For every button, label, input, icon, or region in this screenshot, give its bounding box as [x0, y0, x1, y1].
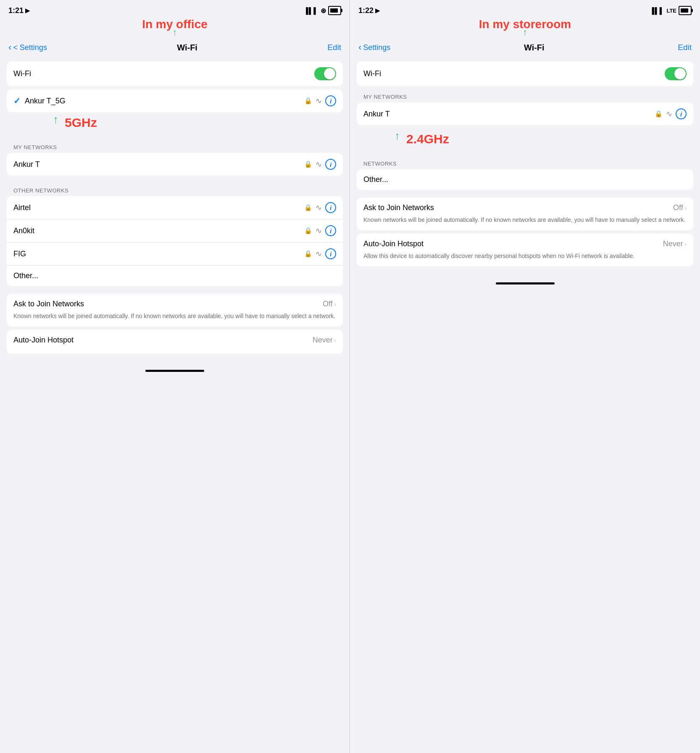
auto-join-group-left: Auto-Join Hotspot Never ›: [7, 330, 343, 354]
freq-annotation-24ghz: ↑ 2.4GHz: [357, 129, 693, 155]
auto-join-desc-right: Allow this device to automatically disco…: [363, 252, 687, 261]
wifi-toggle-group-left: Wi-Fi: [7, 61, 343, 86]
lock-icon-mynet: 🔒: [304, 161, 312, 168]
lock-icon-fig: 🔒: [304, 250, 312, 258]
ask-join-label-left: Ask to Join Networks: [13, 300, 84, 308]
my-networks-label-left: MY NETWORKS: [7, 140, 343, 153]
left-panel: 1:21 ▶ ▐▌▌ ⊛ ↑ In my office ‹ < Settings…: [0, 0, 350, 753]
wifi-icon-status-left: ⊛: [321, 7, 326, 15]
battery-icon-right: [679, 6, 692, 15]
auto-join-label-right: Auto-Join Hotspot: [363, 240, 424, 248]
auto-join-value-left: Never ›: [313, 336, 336, 345]
back-button-left[interactable]: ‹ < Settings: [8, 42, 47, 53]
my-networks-label-right: MY NETWORKS: [357, 90, 693, 103]
connected-network-name: Ankur T_5G: [25, 97, 66, 105]
ask-join-value-left: Off ›: [323, 300, 336, 308]
wifi-toggle-group-right: Wi-Fi: [357, 61, 693, 86]
other-net-other[interactable]: Other...: [7, 266, 343, 286]
info-btn-connected[interactable]: i: [325, 95, 336, 106]
status-bar-right: 1:22 ▶ ▐▌▌ LTE: [350, 0, 700, 17]
other-label-right: Other...: [363, 175, 388, 184]
content-left: Wi-Fi ✓ Ankur T_5G 🔒 ∿ i ↑ 5GHz MY NETWO…: [0, 57, 350, 379]
networks-label-right: NETWORKS: [357, 156, 693, 169]
location-icon-left: ▶: [25, 7, 30, 14]
my-network-name-left: Ankur T: [13, 160, 40, 169]
info-btn-an0kit[interactable]: i: [325, 225, 336, 236]
signal-icon-right: ▐▌▌: [650, 7, 665, 14]
other-net-an0kit[interactable]: An0kit 🔒 ∿ i: [7, 219, 343, 242]
signal-icon-left: ▐▌▌: [304, 7, 318, 14]
auto-join-chevron-left: ›: [334, 337, 336, 344]
ask-join-value-right: Off ›: [673, 203, 687, 212]
connected-network-row[interactable]: ✓ Ankur T_5G 🔒 ∿ i: [7, 90, 343, 112]
freq-annotation-5ghz: ↑ 5GHz: [7, 112, 343, 138]
other-net-airtel[interactable]: Airtel 🔒 ∿ i: [7, 196, 343, 219]
auto-join-label-left: Auto-Join Hotspot: [13, 336, 74, 345]
ask-join-row-left[interactable]: Ask to Join Networks Off ›: [13, 300, 336, 308]
wifi-toggle-label-right: Wi-Fi: [363, 69, 381, 78]
office-title-area: ↑ In my office: [0, 17, 350, 31]
ask-join-label-right: Ask to Join Networks: [363, 203, 434, 212]
auto-join-group-right: Auto-Join Hotspot Never › Allow this dev…: [357, 234, 693, 266]
wifi-toggle-switch-left[interactable]: [314, 67, 336, 80]
my-networks-group-left: Ankur T 🔒 ∿ i: [7, 153, 343, 176]
wifi-signal-connected: ∿: [316, 96, 322, 105]
time-right: 1:22: [358, 6, 374, 15]
wifi-icon-an0kit: ∿: [316, 226, 322, 235]
back-label-left: < Settings: [13, 43, 47, 52]
back-chevron-right: ‹: [358, 42, 361, 53]
my-networks-group-right: Ankur T 🔒 ∿ i: [357, 103, 693, 125]
ask-join-group-left: Ask to Join Networks Off › Known network…: [7, 294, 343, 326]
nav-title-left: Wi-Fi: [177, 43, 197, 53]
my-network-row-left[interactable]: Ankur T 🔒 ∿ i: [7, 153, 343, 176]
edit-button-left[interactable]: Edit: [327, 43, 341, 52]
ask-join-chevron-left: ›: [334, 300, 336, 308]
info-btn-fig[interactable]: i: [325, 248, 336, 259]
auto-join-row-left[interactable]: Auto-Join Hotspot Never ›: [13, 336, 336, 345]
lte-label: LTE: [666, 8, 676, 14]
storeroom-title-area: ↑ In my storeroom: [350, 17, 700, 31]
wifi-toggle-row-left[interactable]: Wi-Fi: [7, 61, 343, 86]
location-icon-right: ▶: [375, 7, 380, 14]
lock-icon-mynet-right: 🔒: [655, 110, 663, 118]
other-net-fig[interactable]: FIG 🔒 ∿ i: [7, 242, 343, 266]
lock-icon-connected: 🔒: [304, 97, 312, 105]
ask-join-row-right[interactable]: Ask to Join Networks Off ›: [363, 203, 687, 212]
nav-bar-right: ‹ Settings Wi-Fi Edit: [350, 39, 700, 57]
lock-icon-an0kit: 🔒: [304, 227, 312, 234]
ask-join-desc-right: Known networks will be joined automatica…: [363, 216, 687, 224]
edit-button-right[interactable]: Edit: [678, 43, 692, 52]
other-networks-group-left: Airtel 🔒 ∿ i An0kit 🔒 ∿ i FIG 🔒: [7, 196, 343, 286]
wifi-signal-mynet-right: ∿: [666, 109, 672, 118]
wifi-toggle-switch-right[interactable]: [665, 67, 687, 80]
status-bar-left: 1:21 ▶ ▐▌▌ ⊛: [0, 0, 350, 17]
wifi-icon-airtel: ∿: [316, 203, 322, 212]
info-btn-mynet-right[interactable]: i: [676, 108, 687, 119]
arrow-5ghz-icon: ↑: [53, 113, 58, 126]
info-btn-airtel[interactable]: i: [325, 202, 336, 213]
my-network-row-right[interactable]: Ankur T 🔒 ∿ i: [357, 103, 693, 125]
right-panel: 1:22 ▶ ▐▌▌ LTE ↑ In my storeroom ‹ Setti…: [350, 0, 700, 753]
networks-group-right: Other...: [357, 169, 693, 190]
ask-join-chevron-right: ›: [684, 204, 687, 212]
back-chevron-left: ‹: [8, 42, 11, 53]
storeroom-title-arrow-icon: ↑: [523, 28, 527, 37]
wifi-toggle-label-left: Wi-Fi: [13, 69, 31, 78]
auto-join-row-right[interactable]: Auto-Join Hotspot Never ›: [363, 240, 687, 248]
auto-join-value-right: Never ›: [663, 240, 687, 248]
other-networks-label-left: OTHER NETWORKS: [7, 183, 343, 196]
wifi-toggle-row-right[interactable]: Wi-Fi: [357, 61, 693, 86]
home-indicator-left: [145, 370, 204, 372]
freq-label-5ghz: 5GHz: [65, 116, 97, 130]
freq-label-24ghz: 2.4GHz: [406, 132, 449, 146]
ask-join-desc-left: Known networks will be joined automatica…: [13, 312, 336, 321]
home-indicator-right: [496, 282, 555, 284]
checkmark-icon: ✓: [13, 96, 21, 106]
other-net-other-right[interactable]: Other...: [357, 169, 693, 190]
info-btn-mynet[interactable]: i: [325, 159, 336, 170]
my-network-name-right: Ankur T: [363, 110, 390, 118]
content-right: Wi-Fi MY NETWORKS Ankur T 🔒 ∿ i ↑ 2.4GHz…: [350, 57, 700, 291]
back-button-right[interactable]: ‹ Settings: [358, 42, 390, 53]
auto-join-chevron-right: ›: [684, 240, 687, 248]
back-label-right: Settings: [363, 43, 390, 52]
